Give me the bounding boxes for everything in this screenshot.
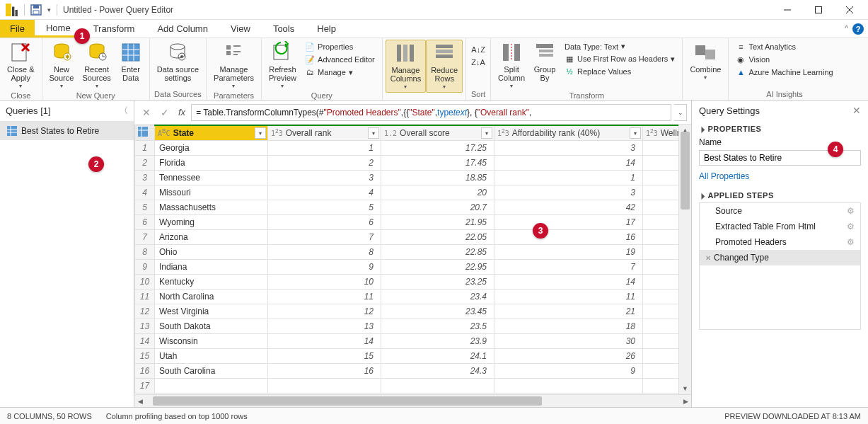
ribbon-collapse-icon[interactable]: ^ (845, 25, 848, 33)
cell-wellness[interactable] (643, 378, 679, 393)
cell-rank[interactable]: 11 (268, 289, 381, 304)
scroll-down-icon[interactable]: ▼ (679, 383, 691, 394)
column-header-overall-score[interactable]: 1.2Overall score▾ (381, 125, 494, 140)
all-properties-link[interactable]: All Properties (699, 171, 861, 181)
table-row[interactable]: 4Missouri4203 (135, 185, 679, 200)
table-row[interactable]: 9Indiana922.957 (135, 259, 679, 274)
data-source-settings-button[interactable]: Data source settings (153, 40, 203, 84)
first-row-headers-button[interactable]: ▦Use First Row as Headers ▾ (563, 53, 676, 64)
table-row[interactable]: 2Florida217.4514 (135, 155, 679, 170)
table-row[interactable]: 8Ohio822.8519 (135, 244, 679, 259)
gear-icon[interactable]: ⚙ (847, 206, 855, 216)
cell-wellness[interactable] (643, 333, 679, 348)
cell-rank[interactable]: 4 (268, 185, 381, 200)
cell-wellness[interactable] (643, 259, 679, 274)
cell-afford[interactable]: 18 (494, 319, 643, 333)
manage-button[interactable]: 🗂Manage ▾ (303, 67, 376, 78)
vertical-scrollbar[interactable]: ▲ ▼ (678, 125, 691, 394)
reduce-rows-button[interactable]: Reduce Rows▾ (426, 40, 463, 93)
cell-score[interactable]: 23.25 (381, 274, 494, 289)
cell-afford[interactable]: 14 (494, 274, 643, 289)
table-row[interactable]: 10Kentucky1023.2514 (135, 274, 679, 289)
new-source-button[interactable]: ✱ New Source▾ (45, 40, 79, 91)
table-row[interactable]: 17 (135, 378, 679, 393)
data-grid[interactable]: ABCState▾ 123Overall rank▾ 1.2Overall sc… (134, 125, 678, 394)
maximize-button[interactable] (803, 0, 834, 20)
table-row[interactable]: 11North Carolina1123.411 (135, 289, 679, 304)
save-icon[interactable] (30, 4, 42, 16)
step-extracted[interactable]: Extracted Table From Html⚙ (700, 219, 860, 234)
cell-wellness[interactable] (643, 214, 679, 229)
refresh-preview-button[interactable]: Refresh Preview▾ (265, 40, 301, 91)
cell-state[interactable]: Wisconsin (155, 333, 268, 348)
cell-score[interactable]: 23.9 (381, 333, 494, 348)
table-row[interactable]: 3Tennessee318.851 (135, 170, 679, 185)
cell-afford[interactable]: 16 (494, 229, 643, 244)
cell-score[interactable]: 23.5 (381, 319, 494, 333)
cell-rank[interactable]: 12 (268, 304, 381, 319)
scroll-thumb[interactable] (681, 132, 690, 210)
cell-rank[interactable]: 15 (268, 348, 381, 363)
column-header-affordability[interactable]: 123Affordability rank (40%)▾ (494, 125, 643, 140)
cell-afford[interactable]: 42 (494, 200, 643, 214)
cell-score[interactable]: 22.05 (381, 229, 494, 244)
cell-rank[interactable]: 9 (268, 259, 381, 274)
manage-columns-button[interactable]: Manage Columns▾ (386, 40, 426, 93)
cell-score[interactable]: 21.95 (381, 214, 494, 229)
cell-score[interactable]: 20.7 (381, 200, 494, 214)
cell-score[interactable] (381, 378, 494, 393)
collapse-queries-icon[interactable]: 〈 (120, 105, 128, 117)
sort-desc-button[interactable]: Z↓A (472, 57, 485, 68)
applied-steps-section[interactable]: APPLIED STEPS (699, 191, 861, 200)
cell-afford[interactable]: 3 (494, 185, 643, 200)
cell-state[interactable]: Utah (155, 348, 268, 363)
cell-score[interactable]: 17.45 (381, 155, 494, 170)
cell-score[interactable]: 22.95 (381, 259, 494, 274)
text-analytics-button[interactable]: ≡Text Analytics (734, 41, 834, 52)
vision-button[interactable]: ◉Vision (734, 54, 834, 65)
table-row[interactable]: 14Wisconsin1423.930 (135, 333, 679, 348)
cell-state[interactable]: West Virginia (155, 304, 268, 319)
sort-asc-button[interactable]: A↓Z (472, 44, 485, 55)
cell-afford[interactable]: 14 (494, 155, 643, 170)
cell-state[interactable]: Kentucky (155, 274, 268, 289)
advanced-editor-button[interactable]: 📝Advanced Editor (303, 54, 376, 65)
cell-afford[interactable]: 1 (494, 170, 643, 185)
cell-wellness[interactable] (643, 274, 679, 289)
cell-rank[interactable]: 6 (268, 214, 381, 229)
cell-score[interactable]: 17.25 (381, 140, 494, 155)
step-changed-type[interactable]: Changed Type (700, 250, 860, 265)
column-header-overall-rank[interactable]: 123Overall rank▾ (268, 125, 381, 140)
formula-cancel-icon[interactable]: ✕ (139, 105, 154, 120)
cell-wellness[interactable] (643, 170, 679, 185)
cell-rank[interactable]: 14 (268, 333, 381, 348)
cell-rank[interactable]: 8 (268, 244, 381, 259)
formula-input[interactable]: = Table.TransformColumnTypes(#"Promoted … (191, 104, 671, 121)
step-source[interactable]: Source⚙ (700, 203, 860, 219)
cell-score[interactable]: 24.1 (381, 348, 494, 363)
cell-score[interactable]: 23.4 (381, 289, 494, 304)
combine-button[interactable]: Combine▾ (685, 40, 725, 83)
cell-wellness[interactable] (643, 200, 679, 214)
cell-afford[interactable]: 11 (494, 289, 643, 304)
cell-rank[interactable]: 1 (268, 140, 381, 155)
filter-dropdown-icon[interactable]: ▾ (368, 127, 379, 139)
cell-state[interactable]: Arizona (155, 229, 268, 244)
cell-rank[interactable]: 7 (268, 229, 381, 244)
column-header-wellness[interactable]: 123Wellnes (643, 125, 679, 140)
cell-afford[interactable]: 19 (494, 244, 643, 259)
cell-state[interactable]: Missouri (155, 185, 268, 200)
column-header-state[interactable]: ABCState▾ (155, 125, 268, 140)
cell-rank[interactable]: 3 (268, 170, 381, 185)
cell-afford[interactable]: 3 (494, 140, 643, 155)
cell-rank[interactable]: 13 (268, 319, 381, 333)
fx-icon[interactable]: fx (175, 107, 188, 118)
formula-accept-icon[interactable]: ✓ (157, 105, 173, 120)
cell-afford[interactable]: 7 (494, 259, 643, 274)
table-row[interactable]: 15Utah1524.126 (135, 348, 679, 363)
scroll-right-icon[interactable]: ▶ (680, 395, 691, 407)
filter-dropdown-icon[interactable]: ▾ (630, 127, 641, 139)
cell-state[interactable]: Georgia (155, 140, 268, 155)
cell-score[interactable]: 24.3 (381, 363, 494, 378)
table-row[interactable]: 12West Virginia1223.4521 (135, 304, 679, 319)
